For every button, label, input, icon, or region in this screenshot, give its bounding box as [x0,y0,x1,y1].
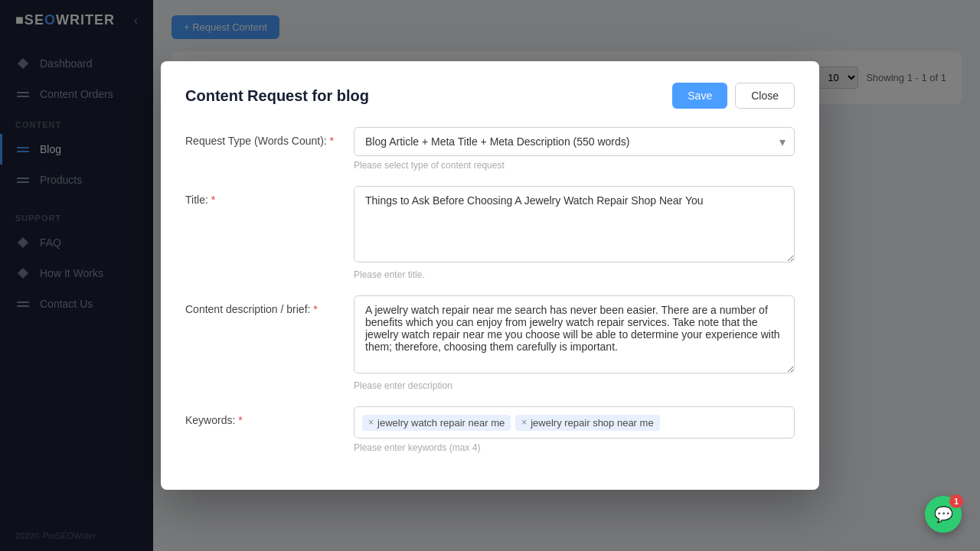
keywords-hint: Please enter keywords (max 4) [354,442,795,453]
request-type-label: Request Type (Words Count): * [185,127,338,147]
remove-keyword-1[interactable]: × [368,417,374,428]
save-button[interactable]: Save [672,83,727,109]
request-type-select-wrapper: Blog Article + Meta Title + Meta Descrip… [354,127,795,156]
description-group: Content description / brief: * Please en… [185,295,795,391]
description-hint: Please enter description [354,380,795,391]
description-input[interactable] [354,295,795,373]
remove-keyword-2[interactable]: × [521,417,527,428]
keyword-tag-1: × jewelry watch repair near me [362,415,511,431]
keywords-label: Keywords: * [185,406,338,426]
description-field: Please enter description [354,295,795,391]
modal-actions: Save Close [672,83,795,109]
request-type-field: Blog Article + Meta Title + Meta Descrip… [354,127,795,171]
chat-badge: 1 [949,494,963,508]
description-label: Content description / brief: * [185,295,338,315]
modal-header: Content Request for blog Save Close [185,83,795,109]
chat-bubble[interactable]: 💬 1 [925,496,962,533]
keywords-field: × jewelry watch repair near me × jewelry… [354,406,795,453]
close-button[interactable]: Close [735,83,795,109]
title-label: Title: * [185,186,338,206]
keyword-tag-2: × jewelry repair shop near me [515,415,659,431]
title-hint: Please enter title. [354,269,795,280]
chat-icon: 💬 [934,505,953,523]
title-group: Title: * Please enter title. [185,186,795,280]
title-field: Please enter title. [354,186,795,280]
request-type-select[interactable]: Blog Article + Meta Title + Meta Descrip… [354,127,795,156]
keywords-group: Keywords: * × jewelry watch repair near … [185,406,795,453]
keywords-container[interactable]: × jewelry watch repair near me × jewelry… [354,406,795,439]
request-type-group: Request Type (Words Count): * Blog Artic… [185,127,795,171]
modal-title: Content Request for blog [185,87,369,105]
content-request-modal: Content Request for blog Save Close Requ… [161,61,819,490]
title-input[interactable] [354,186,795,262]
request-type-hint: Please select type of content request [354,160,795,171]
